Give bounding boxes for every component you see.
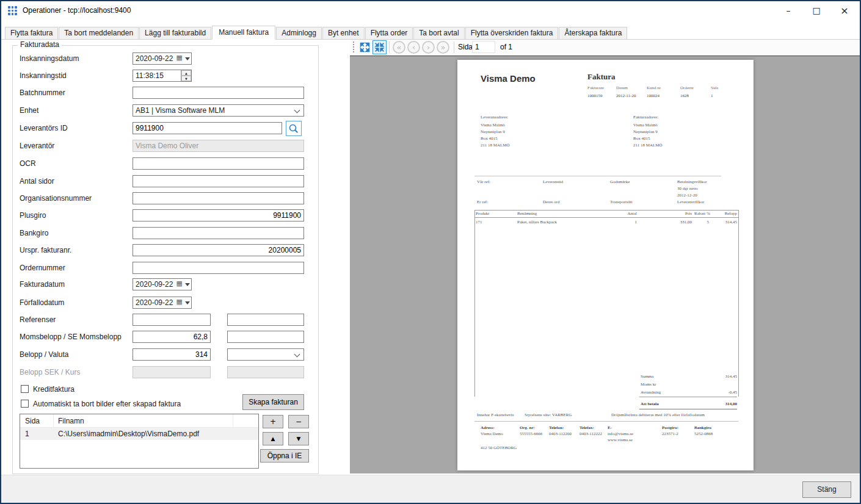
- preview-canvas[interactable]: Visma Demo Faktura Fakturanr Datum Kund …: [350, 56, 860, 473]
- time-spinner[interactable]: ▲ ▼: [181, 70, 191, 81]
- spin-down-icon[interactable]: ▼: [181, 76, 191, 81]
- tab-lagg-till-fakturabild[interactable]: Lägg till fakturabild: [139, 27, 211, 40]
- tab-bar: Flytta faktura Ta bort meddelanden Lägg …: [5, 26, 860, 40]
- preview-toolbar: « ‹ › » Sida of 1: [350, 39, 860, 56]
- calendar-icon: ▦: [176, 279, 183, 287]
- zoom-expand-button[interactable]: [358, 40, 372, 54]
- leverantors-id-input[interactable]: [133, 122, 282, 134]
- tab-adminlogg[interactable]: Adminlogg: [276, 27, 322, 40]
- bankgiro-input[interactable]: [133, 227, 304, 239]
- enhet-select[interactable]: AB1 | Visma Software MLM: [133, 104, 304, 117]
- referens-input-1[interactable]: [133, 314, 211, 326]
- column-filnamn: Filnamn: [58, 417, 84, 425]
- calendar-icon: ▦: [176, 54, 183, 62]
- invoice-date: 2012-11-20: [616, 93, 636, 98]
- enhet-label: Enhet: [20, 106, 38, 115]
- belopp-input[interactable]: [133, 348, 211, 361]
- kreditfaktura-label: Kreditfaktura: [33, 385, 74, 394]
- next-page-button[interactable]: ›: [422, 41, 435, 54]
- tab-manuell-faktura[interactable]: Manuell faktura: [212, 26, 275, 40]
- prev-page-button[interactable]: ‹: [407, 41, 420, 54]
- file-list-header: Sida Filnamn: [20, 414, 258, 428]
- antal-sidor-label: Antal sidor: [20, 177, 54, 185]
- item-amount: 314,45: [713, 220, 737, 225]
- spin-up-icon[interactable]: ▲: [181, 70, 191, 76]
- footer-city: 412 50 GÖTEBORG: [481, 445, 517, 450]
- open-in-ie-button[interactable]: Öppna i IE: [260, 449, 309, 463]
- minimize-button[interactable]: –: [774, 1, 802, 20]
- tab-ta-bort-avtal[interactable]: Ta bort avtal: [413, 27, 464, 40]
- item-product: 171: [476, 220, 482, 225]
- maximize-button[interactable]: □: [802, 1, 830, 20]
- fakturadatum-label: Fakturadatum: [20, 280, 65, 289]
- fakturadatum-field[interactable]: 2020-09-22 ▦: [133, 278, 192, 290]
- last-page-button[interactable]: »: [437, 41, 449, 54]
- auto-remove-checkbox[interactable]: [21, 400, 29, 408]
- tab-ta-bort-meddelanden[interactable]: Ta bort meddelanden: [59, 27, 139, 40]
- tab-flytta-overskriden-faktura[interactable]: Flytta överskriden faktura: [465, 27, 559, 40]
- auto-remove-label: Automatiskt ta bort bilder efter skapad …: [33, 400, 181, 408]
- chevron-down-icon[interactable]: [185, 301, 190, 304]
- total-rounding: -0,45: [689, 390, 737, 395]
- skapa-fakturan-button[interactable]: Skapa fakturan: [242, 394, 304, 410]
- organisationsnummer-input[interactable]: [133, 192, 304, 204]
- kreditfaktura-checkbox[interactable]: [21, 385, 29, 393]
- move-up-button[interactable]: ▲: [263, 432, 283, 445]
- item-qty: 1: [617, 220, 637, 225]
- momsbelopp-input[interactable]: [133, 331, 211, 343]
- chevron-down-icon: [294, 351, 300, 358]
- bottom-bar: Stäng: [1, 475, 860, 503]
- plusgiro-input[interactable]: [133, 209, 304, 221]
- calendar-icon: ▦: [176, 298, 183, 306]
- group-title: Fakturadata: [18, 40, 62, 49]
- tab-aterskapa-faktura[interactable]: Återskapa faktura: [559, 27, 627, 40]
- urspr-fakturanr-label: Urspr. fakturanr.: [20, 246, 71, 254]
- ordernummer-input[interactable]: [133, 262, 304, 274]
- page-number: 1: [711, 93, 713, 98]
- tab-flytta-order[interactable]: Flytta order: [365, 27, 413, 40]
- invoice-page: Visma Demo Faktura Fakturanr Datum Kund …: [457, 60, 754, 470]
- toolbar-grip[interactable]: [353, 41, 354, 53]
- referenser-label: Referenser: [20, 315, 56, 324]
- forfallodatum-field[interactable]: 2020-09-22 ▦: [133, 297, 192, 309]
- belopp-sek-label: Belopp SEK / Kurs: [20, 368, 80, 376]
- momsbelopp-label: Momsbelopp / SE Momsbelopp: [20, 333, 122, 341]
- inskanningsdatum-field[interactable]: 2020-09-22 ▦: [133, 52, 192, 65]
- ocr-input[interactable]: [133, 157, 304, 170]
- zoom-fit-button[interactable]: [372, 40, 387, 54]
- kreditfaktura-checkbox-row[interactable]: Kreditfaktura: [21, 383, 74, 394]
- leverantor-label: Leverantör: [20, 142, 54, 150]
- close-icon[interactable]: ×: [830, 1, 859, 20]
- tab-byt-enhet[interactable]: Byt enhet: [322, 27, 365, 40]
- page-of-label: of 1: [500, 43, 512, 51]
- search-supplier-button[interactable]: [286, 121, 302, 136]
- valuta-select[interactable]: [227, 348, 304, 361]
- file-list-row[interactable]: 1 C:\Users\imadmin\Desktop\VismaDemo.pdf: [20, 428, 258, 440]
- referens-input-2[interactable]: [227, 314, 304, 326]
- page-label: Sida: [458, 43, 473, 51]
- se-momsbelopp-input[interactable]: [227, 331, 304, 343]
- chevron-down-icon[interactable]: [185, 283, 190, 286]
- inskanningstid-field[interactable]: 11:38:15 ▲ ▼: [133, 70, 192, 82]
- invoice-title: Faktura: [587, 72, 616, 82]
- tab-flytta-faktura[interactable]: Flytta faktura: [5, 27, 58, 40]
- plusgiro-label: Plusgiro: [20, 211, 46, 220]
- urspr-fakturanr-input[interactable]: [133, 244, 304, 256]
- first-page-button[interactable]: «: [393, 41, 405, 54]
- forfallodatum-label: Förfallodatum: [20, 298, 64, 307]
- stang-button[interactable]: Stäng: [802, 481, 851, 498]
- app-icon: [8, 6, 17, 15]
- leverantor-input: [133, 140, 304, 152]
- batchnummer-input[interactable]: [133, 87, 304, 99]
- chevron-down-icon: [294, 107, 300, 113]
- file-list[interactable]: Sida Filnamn 1 C:\Users\imadmin\Desktop\…: [20, 414, 259, 469]
- chevron-down-icon[interactable]: [185, 57, 190, 60]
- antal-sidor-input[interactable]: [133, 175, 304, 187]
- remove-page-button[interactable]: −: [288, 415, 309, 428]
- auto-remove-checkbox-row[interactable]: Automatiskt ta bort bilder efter skapad …: [21, 398, 181, 409]
- move-down-button[interactable]: ▼: [288, 432, 309, 445]
- page-number-input[interactable]: [472, 41, 495, 53]
- expand-arrows-icon: [359, 41, 371, 53]
- add-page-button[interactable]: +: [263, 415, 283, 428]
- belopp-sek-input: [133, 366, 211, 378]
